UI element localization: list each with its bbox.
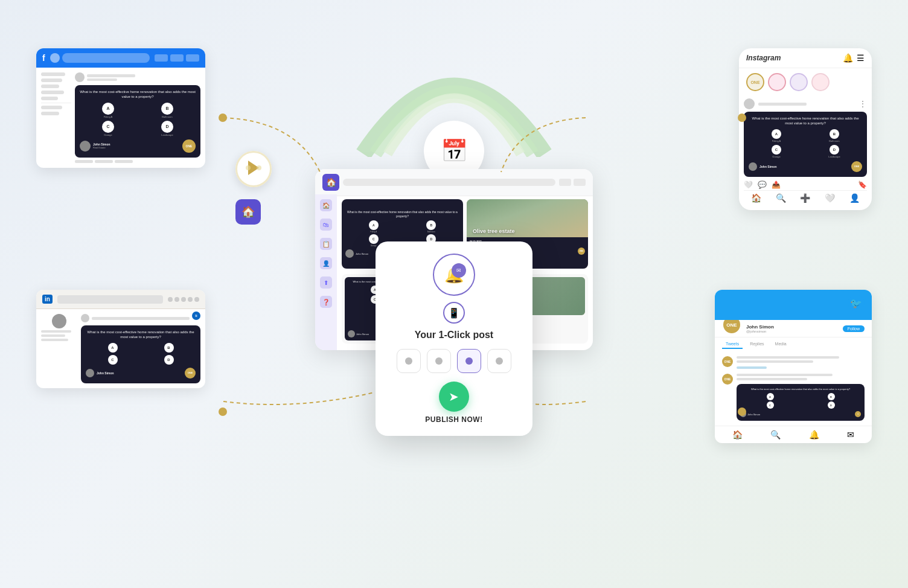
- instagram-bottom-nav: 🏠 🔍 ➕ 🤍 👤: [744, 190, 867, 205]
- dashboard-sidebar: 🏠 🛍 📋 👤 ⬆ ❓: [315, 194, 337, 350]
- twitter-follow-button[interactable]: Follow: [843, 325, 865, 332]
- li-option-b: B: [164, 343, 174, 353]
- facebook-actions: [75, 160, 200, 163]
- twitter-tab-replies[interactable]: Replies: [746, 340, 767, 349]
- ig-person-row: John Simon ONE: [749, 161, 862, 172]
- ig-option-a: A: [772, 129, 781, 139]
- instagram-post: ⋮ What is the most cost-effective home r…: [739, 96, 872, 210]
- sidebar-icon-user[interactable]: 👤: [320, 257, 332, 269]
- twitter-tab-media[interactable]: Media: [772, 340, 790, 349]
- play-button[interactable]: [235, 151, 272, 187]
- platform-options: [397, 349, 511, 373]
- li-option-d: D: [164, 355, 174, 365]
- phone-icon: 📱: [448, 307, 460, 319]
- email-icon: ✉: [456, 267, 461, 273]
- ig-post-title: What is the most cost-effective home ren…: [749, 117, 862, 126]
- facebook-card: f: [36, 48, 205, 168]
- linkedin-profile: [41, 314, 77, 383]
- home-icon-button[interactable]: 🏠: [235, 199, 261, 225]
- tw-option-a: A: [767, 393, 774, 400]
- facebook-header: f: [36, 48, 205, 68]
- linkedin-post-title: What is the most cost-effective home ren…: [86, 330, 196, 340]
- schedule-icon: 📅: [441, 138, 468, 164]
- sidebar-icon-help[interactable]: ❓: [320, 296, 332, 308]
- sidebar-icon-home[interactable]: 🏠: [320, 199, 332, 211]
- linkedin-post-card: What is the most cost-effective home ren…: [81, 325, 200, 383]
- facebook-post-card: What is the most cost-effective home ren…: [75, 85, 200, 158]
- twitter-tabs: Tweets Replies Media: [715, 337, 872, 351]
- fb-avatar: [80, 141, 91, 152]
- tw-nav-bell[interactable]: 🔔: [809, 430, 819, 439]
- ig-option-b: B: [830, 129, 839, 139]
- phone-icon-circle: 📱: [443, 302, 465, 324]
- ig-nav-heart[interactable]: 🤍: [825, 193, 835, 203]
- instagram-actions: 🤍 💬 📤 🔖: [744, 177, 867, 190]
- instagram-card: Instagram 🔔 ☰ ONE ⋮ What is the: [739, 48, 872, 210]
- linkedin-body: li What is the most cost-effective home …: [36, 309, 205, 388]
- story-3: [790, 73, 808, 91]
- story-4: [811, 73, 830, 91]
- linkedin-header: in: [36, 290, 205, 309]
- facebook-logo: f: [42, 53, 45, 63]
- dot-node-bottom-right: [738, 407, 746, 416]
- linkedin-badge: li: [192, 312, 200, 320]
- twitter-card: 🐦 ONE John Simon @johnsimon Follow Tweet…: [715, 290, 872, 443]
- twitter-tweet-1: ONE: [722, 356, 865, 369]
- fb-option-d: D: [161, 121, 173, 133]
- post-quiz-title: What is the most cost-effective home ren…: [345, 210, 459, 218]
- sidebar-icon-copy[interactable]: 📋: [320, 238, 332, 250]
- ig-save-icon: 🔖: [858, 181, 867, 189]
- oneclick-popup: 🔔 ✉ 📱 Your 1-Click post: [376, 241, 532, 436]
- ig-person-name: John Simon: [759, 165, 849, 168]
- oneclick-title: Your 1-Click post: [415, 330, 493, 340]
- instagram-stories: ONE: [739, 68, 872, 96]
- option-c: C: [369, 234, 379, 244]
- ig-avatar: [749, 162, 757, 171]
- tw-nav-home[interactable]: 🏠: [732, 430, 743, 439]
- platform-btn-4[interactable]: [487, 349, 511, 373]
- dot-node-top-left: [219, 113, 227, 122]
- ig-nav-home[interactable]: 🏠: [751, 193, 761, 203]
- platform-btn-1[interactable]: [397, 349, 421, 373]
- twitter-tab-tweets[interactable]: Tweets: [722, 340, 743, 349]
- fb-option-a: A: [102, 103, 114, 115]
- twitter-logo: 🐦: [848, 295, 865, 312]
- sidebar-icon-upload[interactable]: ⬆: [320, 276, 332, 289]
- twitter-handle: @johnsimon: [746, 330, 838, 333]
- option-b: B: [426, 220, 436, 230]
- platform-btn-3[interactable]: [457, 349, 481, 373]
- instagram-header: Instagram 🔔 ☰: [739, 48, 872, 68]
- nav-home-icon[interactable]: 🏠: [322, 174, 339, 191]
- instagram-logo: Instagram: [746, 54, 839, 62]
- story-one: ONE: [746, 73, 764, 91]
- twitter-post-card: What is the most cost-effective home ren…: [737, 384, 865, 421]
- linkedin-content: li What is the most cost-effective home …: [81, 314, 200, 383]
- ig-comment-icon: 💬: [758, 181, 767, 189]
- tw-nav-mail[interactable]: ✉: [847, 430, 854, 439]
- publish-label: PUBLISH NOW!: [425, 415, 482, 424]
- tw-option-d: D: [828, 401, 835, 409]
- fb-option-b: B: [161, 103, 173, 115]
- linkedin-person-row: John Simon ONE: [86, 368, 196, 379]
- fb-person-sub: Real Estate: [93, 146, 180, 149]
- platform-btn-2[interactable]: [427, 349, 451, 373]
- ig-heart-icon: 🤍: [744, 181, 753, 189]
- sidebar-icon-shop[interactable]: 🛍: [320, 219, 332, 231]
- ig-option-d: D: [830, 145, 839, 155]
- ig-notification-icon: 🔔: [843, 53, 853, 63]
- post-name-sm: John Simon: [356, 252, 368, 255]
- ig-nav-search[interactable]: 🔍: [776, 193, 786, 203]
- twitter-profile: ONE John Simon @johnsimon Follow: [715, 320, 872, 337]
- li-option-a: A: [108, 343, 118, 353]
- fb-option-c: C: [102, 121, 114, 133]
- instagram-post-card: What is the most cost-effective home ren…: [744, 112, 867, 177]
- facebook-person-row: John Simon Real Estate ONE: [80, 139, 196, 153]
- post-avatar-sm: [345, 249, 354, 258]
- li-avatar-sm: [86, 369, 94, 377]
- ig-nav-add[interactable]: ➕: [800, 193, 810, 203]
- tw-nav-search[interactable]: 🔍: [770, 430, 781, 439]
- ig-nav-profile[interactable]: 👤: [849, 193, 860, 203]
- send-icon: ➤: [449, 389, 459, 404]
- publish-button[interactable]: ➤ PUBLISH NOW!: [425, 382, 482, 424]
- svg-point-2: [257, 165, 261, 170]
